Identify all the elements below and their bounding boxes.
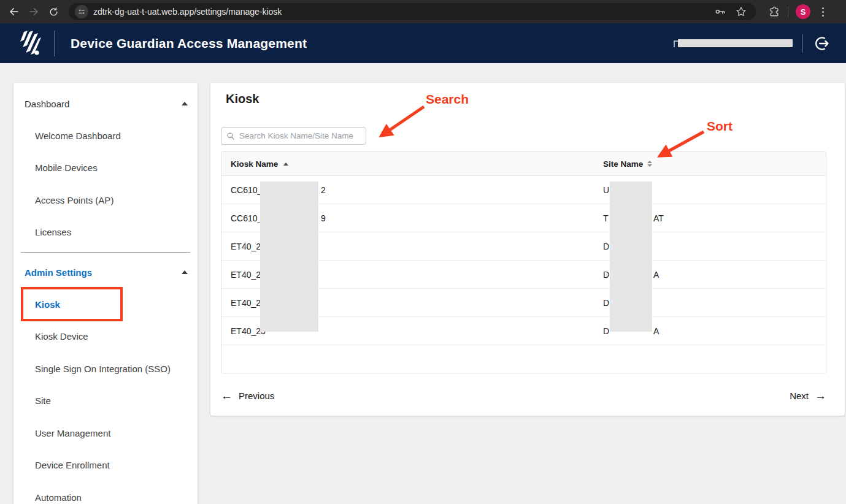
site-settings-icon — [77, 7, 86, 16]
table-header-row: Kiosk Name Site Name — [221, 152, 826, 176]
browser-toolbar: zdtrk-dg-uat-t-uat.web.app/settings/mana… — [0, 0, 846, 23]
previous-label: Previous — [239, 391, 274, 401]
sidebar-item-label: Single Sign On Integration (SSO) — [35, 364, 171, 374]
password-key-icon[interactable] — [714, 6, 726, 18]
logout-icon[interactable] — [813, 35, 830, 52]
back-arrow-icon — [9, 6, 20, 17]
cell-text: 2 — [321, 185, 326, 195]
kiosk-search-box[interactable] — [221, 127, 366, 145]
sidebar-item-label: Access Points (AP) — [35, 195, 113, 205]
search-input[interactable] — [239, 131, 361, 140]
sidebar-section-admin-settings-label: Admin Settings — [25, 267, 92, 278]
sidebar-item-licenses[interactable]: Licenses — [13, 216, 198, 249]
cell-text: CC610_ — [231, 213, 262, 223]
column-header-site-name[interactable]: Site Name — [603, 152, 826, 175]
sidebar-item-label: Automation — [35, 492, 82, 503]
table-row-empty — [221, 345, 826, 373]
page-title: Kiosk — [226, 92, 259, 106]
sort-ascending-icon — [283, 162, 288, 166]
search-icon — [226, 132, 235, 140]
extensions-icon[interactable] — [768, 6, 780, 18]
sidebar-item-welcome-dashboard[interactable]: Welcome Dashboard — [13, 120, 198, 152]
header-divider — [54, 31, 55, 56]
kiosk-table: Kiosk Name Site Name CC610_ 2 U CC610_ 9 — [221, 151, 826, 373]
cell-text: D — [603, 270, 609, 280]
sidebar-item-user-management[interactable]: User Management — [13, 417, 198, 449]
sidebar-item-label: User Management — [35, 428, 110, 438]
site-info-button[interactable] — [75, 5, 88, 18]
next-page-button[interactable]: Next → — [790, 390, 826, 402]
header-right-divider — [802, 34, 803, 53]
zebra-logo-icon — [16, 29, 44, 58]
arrow-right-icon: → — [815, 390, 826, 402]
sidebar-item-label: Kiosk Device — [35, 331, 88, 342]
sidebar-item-label: Licenses — [35, 227, 71, 237]
sidebar-item-kiosk-device[interactable]: Kiosk Device — [13, 321, 198, 353]
previous-page-button[interactable]: ← Previous — [221, 390, 274, 402]
cell-text: T — [603, 213, 609, 223]
sidebar-item-label: Site — [35, 395, 51, 406]
sidebar-item-automation[interactable]: Automation — [13, 481, 198, 504]
sidebar-item-mobile-devices[interactable]: Mobile Devices — [13, 152, 198, 185]
sidebar-divider — [21, 252, 190, 253]
forward-button[interactable] — [26, 4, 42, 20]
cell-text: D — [603, 242, 609, 251]
sidebar-section-dashboard-label: Dashboard — [25, 99, 69, 109]
sidebar: Dashboard Welcome Dashboard Mobile Devic… — [13, 83, 198, 504]
reload-button[interactable] — [45, 4, 61, 20]
chevron-up-icon — [182, 270, 188, 274]
sort-both-icon — [647, 161, 652, 167]
arrow-left-icon: ← — [221, 390, 233, 402]
sidebar-section-dashboard[interactable]: Dashboard — [13, 88, 198, 120]
sidebar-item-label: Mobile Devices — [35, 162, 98, 173]
kiosk-name-header-label: Kiosk Name — [231, 159, 278, 169]
profile-avatar[interactable]: S — [796, 4, 810, 19]
reload-icon — [48, 7, 59, 17]
cell-text: A — [653, 326, 659, 336]
url-text[interactable]: zdtrk-dg-uat-t-uat.web.app/settings/mana… — [93, 7, 709, 17]
sidebar-item-site[interactable]: Site — [13, 385, 198, 418]
cell-text: 9 — [321, 213, 326, 223]
app-title: Device Guardian Access Management — [71, 36, 307, 51]
sidebar-item-device-enrollment[interactable]: Device Enrollment — [13, 449, 198, 482]
sidebar-item-label: Device Enrollment — [35, 460, 110, 470]
kiosk-name-redaction-box — [260, 181, 318, 332]
cell-text: CC610_ — [231, 185, 262, 195]
cell-text: D — [603, 326, 609, 336]
cell-text: A — [653, 270, 659, 280]
cell-text: AT — [653, 213, 664, 223]
bookmark-star-icon[interactable] — [735, 6, 747, 18]
chevron-up-icon — [182, 102, 188, 105]
sidebar-item-access-points[interactable]: Access Points (AP) — [13, 184, 198, 216]
url-bar[interactable]: zdtrk-dg-uat-t-uat.web.app/settings/mana… — [69, 3, 756, 20]
toolbar-divider — [788, 6, 788, 17]
user-email-redacted — [678, 39, 793, 47]
column-header-kiosk-name[interactable]: Kiosk Name — [221, 152, 603, 175]
next-label: Next — [790, 391, 809, 401]
app-header: Device Guardian Access Management — [0, 23, 846, 63]
browser-menu-kebab-icon[interactable] — [818, 7, 828, 17]
kiosk-page-card: Kiosk Kiosk Name Site Name CC610_ 2 U — [210, 83, 845, 416]
sidebar-item-label: Kiosk — [35, 299, 60, 310]
back-button[interactable] — [6, 4, 22, 20]
site-name-header-label: Site Name — [603, 159, 643, 169]
sidebar-item-kiosk[interactable]: Kiosk — [13, 288, 198, 321]
pagination: ← Previous Next → — [221, 387, 826, 404]
sidebar-section-admin-settings[interactable]: Admin Settings — [13, 256, 198, 288]
sidebar-item-sso-integration[interactable]: Single Sign On Integration (SSO) — [13, 353, 198, 385]
forward-arrow-icon — [28, 6, 39, 17]
sidebar-item-label: Welcome Dashboard — [35, 131, 121, 141]
cell-text: U — [603, 185, 609, 195]
site-name-redaction-box — [610, 181, 652, 332]
cell-text: D — [603, 298, 609, 308]
